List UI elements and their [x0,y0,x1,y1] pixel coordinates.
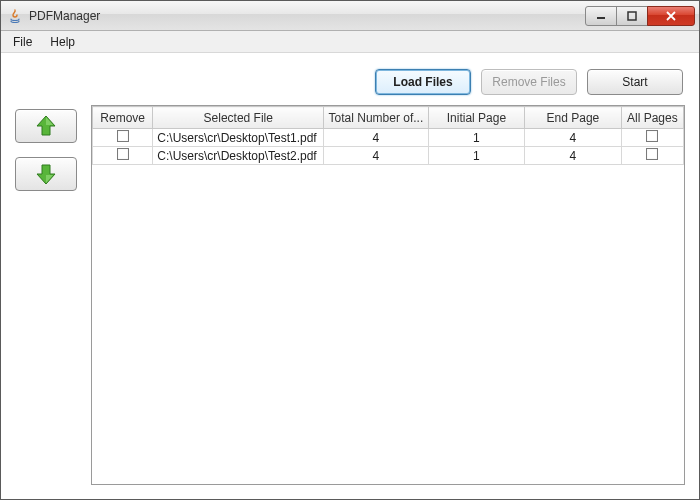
maximize-button[interactable] [616,6,648,26]
table-empty-area [92,165,684,484]
arrow-down-icon [33,161,59,187]
main-row: Remove Selected File Total Number of... … [15,105,685,485]
minimize-button[interactable] [585,6,617,26]
start-button[interactable]: Start [587,69,683,95]
java-app-icon [7,8,23,24]
cell-file[interactable]: C:\Users\cr\Desktop\Test2.pdf [153,147,324,165]
cell-end[interactable]: 4 [525,129,621,147]
titlebar: PDFManager [1,1,699,31]
checkbox-icon[interactable] [117,148,129,160]
col-initial-page[interactable]: Initial Page [428,107,524,129]
cell-all[interactable] [621,147,683,165]
window-controls [586,6,695,26]
cell-all[interactable] [621,129,683,147]
move-up-button[interactable] [15,109,77,143]
arrow-up-icon [33,113,59,139]
table-body: C:\Users\cr\Desktop\Test1.pdf414C:\Users… [93,129,684,165]
table-header: Remove Selected File Total Number of... … [93,107,684,129]
cell-remove[interactable] [93,129,153,147]
col-all-pages[interactable]: All Pages [621,107,683,129]
files-table: Remove Selected File Total Number of... … [91,105,685,485]
svg-rect-1 [628,12,636,20]
cell-initial[interactable]: 1 [428,147,524,165]
reorder-controls [15,105,79,485]
checkbox-icon[interactable] [646,130,658,142]
cell-end[interactable]: 4 [525,147,621,165]
col-remove[interactable]: Remove [93,107,153,129]
table-row[interactable]: C:\Users\cr\Desktop\Test2.pdf414 [93,147,684,165]
menu-help[interactable]: Help [42,33,83,51]
col-selected-file[interactable]: Selected File [153,107,324,129]
checkbox-icon[interactable] [117,130,129,142]
load-files-button[interactable]: Load Files [375,69,471,95]
move-down-button[interactable] [15,157,77,191]
content-area: Load Files Remove Files Start [1,53,699,499]
cell-total[interactable]: 4 [324,147,429,165]
checkbox-icon[interactable] [646,148,658,160]
table-row[interactable]: C:\Users\cr\Desktop\Test1.pdf414 [93,129,684,147]
cell-initial[interactable]: 1 [428,129,524,147]
cell-file[interactable]: C:\Users\cr\Desktop\Test1.pdf [153,129,324,147]
col-end-page[interactable]: End Page [525,107,621,129]
app-window: PDFManager File Help Load Files Remove F… [0,0,700,500]
menu-file[interactable]: File [5,33,40,51]
cell-remove[interactable] [93,147,153,165]
window-title: PDFManager [29,9,586,23]
menubar: File Help [1,31,699,53]
toolbar: Load Files Remove Files Start [15,63,685,105]
remove-files-button[interactable]: Remove Files [481,69,577,95]
cell-total[interactable]: 4 [324,129,429,147]
col-total-pages[interactable]: Total Number of... [324,107,429,129]
close-button[interactable] [647,6,695,26]
